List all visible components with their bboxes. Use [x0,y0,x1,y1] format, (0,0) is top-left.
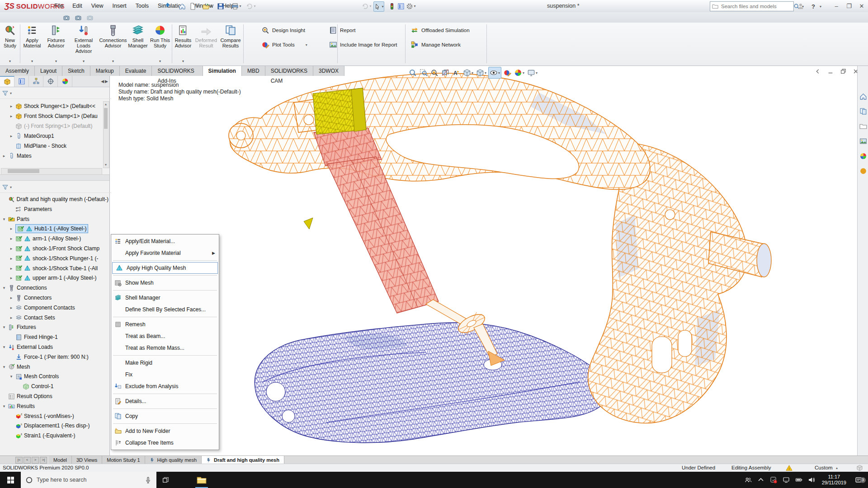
tree-item-contact[interactable]: ▸Contact Sets [9,313,116,323]
tree-item-control-1[interactable]: Control-1 [16,381,123,391]
task-pane-copy-icon[interactable] [859,108,867,115]
tab-3dwox[interactable]: 3DWOX [313,66,344,76]
menu-item-exclude-from-analysis[interactable]: Exclude from Analysis [111,380,219,392]
select-cursor-icon[interactable]: ▾ [373,1,384,12]
suspension-3d-model[interactable] [109,66,857,455]
image-capture-icon[interactable] [85,13,95,22]
tree-item-stress1[interactable]: σStress1 (-vonMises-) [9,411,116,421]
feature-tree-filter[interactable]: ▾ [0,88,111,99]
properties-icon[interactable] [396,1,406,11]
panel-tab-config[interactable] [29,76,43,87]
tree-item--[interactable]: (-) Front Spring<1> (Default) [9,121,116,131]
status-units[interactable]: Custom [815,465,833,470]
menu-edit[interactable]: Edit [68,0,87,12]
net-tray-icon[interactable] [780,476,792,483]
task-pane-photo-icon[interactable] [859,137,867,145]
apply-scene-icon[interactable]: ▾ [513,67,525,78]
tray-app-icon[interactable]: ! [768,476,779,483]
tab-sketch[interactable]: Sketch [62,66,90,76]
compare-results-button[interactable]: Compare Results [219,24,242,64]
tree-item-front[interactable]: ▸Front Shock Clamp<1> (Defau [9,111,116,121]
tree-item-mates[interactable]: ▸Mates [2,151,108,161]
apply-material-button[interactable]: Apply Material▾ [21,24,43,64]
doc-restore-icon[interactable] [838,66,848,76]
doc-tab-nav-button[interactable]: >| [40,457,47,464]
feature-tree-vertical-scrollbar[interactable]: ▲ ▼ [103,101,109,168]
panel-tab-part[interactable] [0,76,14,87]
tree-item-results[interactable]: ▾Results [2,401,108,411]
doc-tab-nav[interactable]: |<<>>| [14,456,49,464]
tree-item-fixtures[interactable]: ▾Fixtures [2,322,108,332]
menu-file[interactable]: File [50,0,68,12]
view-orientation-icon[interactable]: ▾ [462,67,474,78]
fixtures-advisor-button[interactable]: Fixtures Advisor▾ [44,24,68,64]
tree-item-mesh[interactable]: ▾Mesh [2,362,108,372]
people-tray-icon[interactable] [742,476,754,483]
tab-markup[interactable]: Markup [90,66,120,76]
menu-item-add-to-new-folder[interactable]: ✶Add to New Folder [111,425,219,437]
menu-item-make-rigid[interactable]: Make Rigid [111,357,219,369]
interference-icon[interactable] [387,1,397,11]
menu-item-apply-favorite-material[interactable]: Apply Favorite Material▶ [111,247,219,259]
task-pane-forum-icon[interactable] [859,167,867,175]
menu-item-show-mesh[interactable]: Show Mesh [111,277,219,289]
menu-item-treat-as-remote-mass[interactable]: Treat as Remote Mass... [111,342,219,354]
menu-item-treat-as-beam[interactable]: Treat as Beam... [111,330,219,342]
doc-tab-draft-and-high-quality-mesh[interactable]: Draft and high quality mesh [202,456,284,464]
hide-show-items-icon[interactable]: ▾ [488,67,501,79]
view-settings-icon[interactable]: ▾ [526,67,538,78]
print-icon[interactable]: ▾ [231,1,241,11]
minimize-button[interactable]: – [831,2,842,10]
doc-tab-nav-button[interactable]: > [32,457,39,464]
zoom-fit-icon[interactable] [408,67,418,78]
tree-item-fixed[interactable]: Fixed Hinge-1 [9,332,116,342]
new-study-button[interactable]: New Study▾ [1,24,19,64]
doc-tab-model[interactable]: Model [49,456,72,464]
home-icon[interactable] [177,1,187,11]
tab-simulation[interactable]: Simulation [203,66,242,76]
run-this-study-button[interactable]: Run This Study▾ [149,24,171,64]
doc-tab-high-quality-mesh[interactable]: High quality mesh [145,456,202,464]
plot-tools-button[interactable]: Plot Tools▾ [261,41,307,49]
new-document-icon[interactable]: ▾ [189,1,199,11]
taskbar-clock[interactable]: 11:17 29/11/2019 [818,474,850,486]
status-units-icon[interactable] [856,465,863,471]
tab-solidworks-add-ins[interactable]: SOLIDWORKS Add-Ins [152,66,203,76]
status-warning-icon[interactable]: ! [786,465,793,471]
tab-layout[interactable]: Layout [35,66,62,76]
menu-item-copy[interactable]: Copy [111,410,219,422]
rebuild-icon[interactable]: ▾ [362,1,372,11]
screenshot-icon[interactable] [61,13,71,22]
panel-tab-scroll-arrows[interactable]: ◀▶ [101,76,109,87]
manage-network-button[interactable]: Manage Network [410,41,470,49]
annotation-icon[interactable]: A [451,67,461,78]
user-account-icon[interactable] [796,1,806,11]
panel-tab-target[interactable] [43,76,58,87]
undo-icon[interactable]: ▾ [246,1,256,11]
menu-item-define-shell-by-selected-faces[interactable]: Define Shell By Selected Faces... [111,304,219,315]
lower-arm-mesh[interactable] [255,323,609,443]
start-button[interactable] [0,472,21,488]
menu-item-collapse-tree-items[interactable]: Collapse Tree Items [111,437,219,449]
search-input[interactable] [720,3,792,9]
doc-tab-motion-study-1[interactable]: Motion Study 1 [102,456,145,464]
tree-item-draft[interactable]: Draft and high quality mesh (-Default-) [2,194,108,204]
upper-arm-mesh[interactable] [229,73,650,190]
tree-item-mategroup1[interactable]: ▸MateGroup1 [9,131,116,141]
panel-splitter[interactable] [0,174,109,181]
edit-appearance-icon[interactable] [502,67,512,78]
tree-item-mesh[interactable]: ▾Mesh Controls [9,371,116,381]
panel-tab-ball4[interactable] [58,76,72,87]
save-icon[interactable]: ▾ [217,1,227,11]
help-dropdown-caret[interactable]: ▾ [820,5,821,9]
file-explorer-icon[interactable] [193,472,211,488]
tree-item-strain1[interactable]: εStrain1 (-Equivalent-) [9,431,116,441]
include-image-for-report-button[interactable]: Include Image for Report [329,41,397,49]
chevron-up-icon[interactable] [755,476,767,483]
tree-item-connections[interactable]: ▾Connections [2,283,108,293]
tab-evaluate[interactable]: Evaluate [120,66,152,76]
menu-item-fix[interactable]: Fix [111,369,219,380]
task-pane-ball4-icon[interactable] [859,152,867,160]
offloaded-simulation-button[interactable]: Offloaded Simulation [410,26,470,34]
tree-item-result[interactable]: Result Options [2,391,108,401]
